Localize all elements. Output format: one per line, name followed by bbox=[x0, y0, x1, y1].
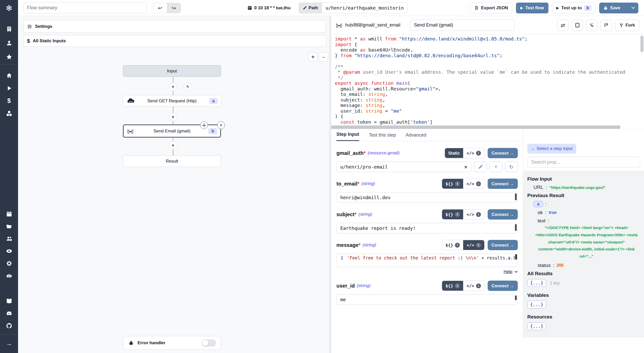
connect-button[interactable]: Connect → bbox=[488, 148, 518, 158]
book-icon[interactable] bbox=[0, 295, 18, 307]
info-icon: i bbox=[455, 212, 460, 217]
variables-object-chip[interactable]: {...} bbox=[527, 301, 546, 308]
static-mode-button[interactable]: ${}i bbox=[442, 209, 463, 219]
cubes-icon[interactable] bbox=[0, 107, 18, 119]
home-icon[interactable] bbox=[0, 70, 18, 81]
all-static-inputs-card[interactable]: $ All Static Inputs bbox=[23, 35, 326, 47]
calendar-icon[interactable] bbox=[0, 208, 18, 220]
zoom-out-button[interactable]: - bbox=[319, 52, 328, 62]
code-vertical-scrollbar[interactable] bbox=[640, 36, 643, 52]
result-text-row[interactable]: text: bbox=[538, 218, 640, 224]
connect-button[interactable]: Connect → bbox=[488, 281, 518, 291]
static-mode-button[interactable]: ${}i bbox=[442, 281, 463, 291]
lock-icon bbox=[604, 6, 608, 10]
javascript-mode-button[interactable]: </>i bbox=[463, 209, 484, 219]
info-icon: i bbox=[476, 212, 481, 217]
gmail-auth-resource-input[interactable]: u/henri/pro-email × bbox=[336, 162, 471, 172]
javascript-mode-button[interactable]: </>i bbox=[463, 240, 484, 250]
clear-icon[interactable]: × bbox=[464, 164, 468, 170]
flow-path-value[interactable]: u/henri/earthquake_monitorin bbox=[322, 3, 408, 13]
save-dropdown-chevron[interactable] bbox=[628, 7, 638, 9]
user-icon[interactable] bbox=[0, 37, 18, 49]
discord-icon[interactable] bbox=[0, 307, 18, 319]
subject-input[interactable]: Earthquake report is ready! bbox=[336, 223, 518, 233]
result-status-row[interactable]: status: 200 bbox=[538, 263, 640, 268]
hub-script-path[interactable]: hub/868/gmail/_send_email bbox=[345, 22, 400, 28]
cron-schedule[interactable]: 0 10 18 * * tue,thu bbox=[247, 5, 291, 11]
error-handler-card[interactable]: Error handler bbox=[123, 336, 221, 350]
eye-icon[interactable] bbox=[0, 245, 18, 257]
insert-step-button[interactable]: + bbox=[169, 82, 177, 91]
flow-summary-input[interactable] bbox=[23, 3, 147, 13]
tab-advanced[interactable]: Advanced bbox=[406, 132, 426, 141]
javascript-mode-button[interactable]: </>i bbox=[463, 281, 484, 291]
undo-button[interactable]: ↩ bbox=[153, 3, 167, 13]
users-gear-icon[interactable] bbox=[0, 233, 18, 245]
step-a-badge[interactable]: a bbox=[533, 201, 543, 207]
connect-button[interactable]: Connect → bbox=[488, 209, 518, 220]
chevron-down-icon[interactable] bbox=[514, 271, 518, 273]
add-resource-button[interactable]: + bbox=[489, 162, 502, 172]
insert-step-button[interactable]: + bbox=[169, 141, 177, 149]
move-step-icon[interactable] bbox=[200, 121, 208, 129]
all-results-object-chip[interactable]: {...} bbox=[527, 279, 546, 287]
flow-node-result[interactable]: Result bbox=[123, 155, 221, 167]
flag-button[interactable] bbox=[600, 20, 612, 31]
star-icon[interactable] bbox=[0, 51, 18, 63]
to-email-input[interactable]: henri@windmill.dev bbox=[336, 192, 518, 203]
phone-call-button[interactable] bbox=[586, 20, 597, 31]
gear-icon[interactable] bbox=[0, 257, 18, 269]
delete-step-icon[interactable]: × bbox=[217, 121, 225, 129]
expand-arrow-icon[interactable]: → bbox=[0, 338, 18, 349]
flow-node-input[interactable]: Input bbox=[123, 65, 221, 77]
edit-path-button[interactable]: Path bbox=[299, 3, 322, 13]
fork-button[interactable]: Fork bbox=[615, 20, 639, 31]
bolt-trigger-button[interactable]: ϟ bbox=[183, 82, 192, 91]
robot-icon[interactable] bbox=[0, 270, 18, 282]
tab-step-input[interactable]: Step Input bbox=[336, 132, 359, 141]
test-flow-button[interactable]: ▶ Test flow bbox=[516, 3, 548, 13]
message-expression-editor[interactable]: 1 'Feel free to check out the latest rep… bbox=[336, 254, 518, 267]
redo-button[interactable]: ↪ bbox=[167, 3, 181, 13]
help-link[interactable]: Help bbox=[504, 269, 512, 274]
resources-object-chip[interactable]: {...} bbox=[527, 322, 546, 330]
flow-settings-card[interactable]: Settings bbox=[23, 20, 326, 33]
save-button[interactable]: Save bbox=[599, 3, 638, 13]
static-mode-button[interactable]: ${}i bbox=[442, 179, 463, 189]
search-prop-input[interactable] bbox=[527, 157, 640, 167]
select-step-input-button[interactable]: ← Select a step input bbox=[527, 144, 576, 154]
insert-step-button[interactable]: + bbox=[169, 113, 177, 121]
field-user-id: user_id (string) ${}i </>i Connect → me bbox=[336, 281, 518, 305]
connect-button[interactable]: Connect → bbox=[488, 240, 518, 250]
step-name-input[interactable] bbox=[410, 20, 515, 31]
javascript-mode-button[interactable]: </>i bbox=[463, 179, 484, 189]
test-up-to-button[interactable]: ▶ Test up to b bbox=[552, 3, 596, 13]
frame-button[interactable] bbox=[572, 20, 583, 31]
flow-input-url-row[interactable]: URL: "https://earthquake.usgs.gov/" bbox=[533, 184, 640, 190]
edit-resource-button[interactable] bbox=[474, 162, 487, 172]
result-ok-row[interactable]: ok: true bbox=[538, 210, 640, 215]
building-icon[interactable] bbox=[0, 23, 18, 35]
windmill-logo[interactable]: ✻ bbox=[0, 0, 18, 16]
error-handler-toggle[interactable] bbox=[202, 339, 216, 347]
user-id-input[interactable]: me bbox=[336, 294, 518, 305]
static-mode-button[interactable]: ${}i bbox=[442, 240, 463, 250]
tab-test-this-step[interactable]: Test this step bbox=[369, 132, 396, 141]
collapsed-value[interactable]: - bbox=[549, 202, 554, 207]
dollar-icon[interactable]: $ bbox=[0, 95, 18, 107]
zoom-in-button[interactable]: + bbox=[308, 52, 318, 62]
result-text-value[interactable]: "<!DOCTYPE html> <html lang="en"> <head>… bbox=[535, 224, 638, 260]
refresh-resource-button[interactable]: ↻ bbox=[505, 162, 518, 172]
javascript-mode-button[interactable]: </>i bbox=[463, 148, 484, 158]
play-icon[interactable] bbox=[0, 82, 18, 94]
export-json-button[interactable]: Export JSON bbox=[470, 3, 512, 13]
folder-icon[interactable] bbox=[0, 220, 18, 232]
static-mode-button[interactable]: Static bbox=[445, 148, 463, 158]
swap-arrows-button[interactable]: ⇄ bbox=[557, 20, 569, 31]
flow-node-get-request[interactable]: HTTP Send GET Request (http) a bbox=[123, 95, 221, 107]
code-horizontal-scrollbar[interactable] bbox=[331, 125, 644, 129]
code-editor[interactable]: import * as wmill from "https://deno.lan… bbox=[331, 35, 644, 125]
connect-button[interactable]: Connect → bbox=[488, 179, 518, 189]
previous-result-a-row: a: - bbox=[533, 201, 640, 207]
github-icon[interactable] bbox=[0, 320, 18, 332]
